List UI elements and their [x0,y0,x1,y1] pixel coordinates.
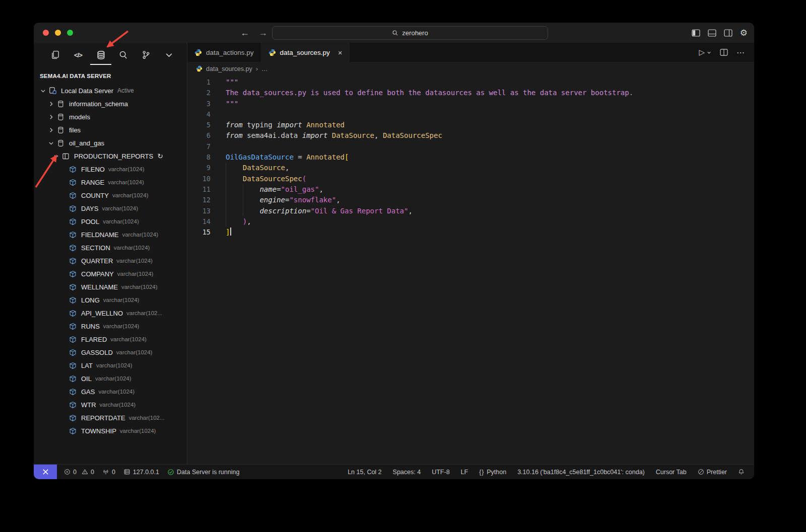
code-line-2[interactable]: 2The data_sources.py is used to define b… [187,88,754,98]
layout-panel-icon[interactable] [708,29,716,37]
code-text[interactable]: """ [211,77,238,88]
code-text[interactable]: DataSource, [211,163,289,173]
tree-item-range[interactable]: RANGEvarchar(1024) [34,176,187,189]
code-line-12[interactable]: 12engine="snowflake", [187,195,754,205]
line-number[interactable]: 11 [187,184,211,195]
problems-indicator[interactable]: 0 0 [60,469,98,476]
line-number[interactable]: 4 [187,109,211,120]
tree-item-township[interactable]: TOWNSHIPvarchar(1024) [34,424,187,437]
code-line-15[interactable]: 15] [187,227,754,238]
source-control-icon[interactable] [141,49,152,60]
line-number[interactable]: 9 [187,163,211,173]
tree-item-wtr[interactable]: WTRvarchar(1024) [34,398,187,411]
code-line-8[interactable]: 8OilGasDataSource = Annotated[ [187,152,754,163]
more-actions-icon[interactable]: ⋯ [736,48,745,57]
code-line-11[interactable]: 11name="oil_gas", [187,184,754,195]
tree-item-days[interactable]: DAYSvarchar(1024) [34,202,187,215]
code-editor[interactable]: 1"""2The data_sources.py is used to defi… [187,75,754,464]
close-window-button[interactable] [43,30,49,36]
line-number[interactable]: 12 [187,195,211,205]
indentation[interactable]: Spaces: 4 [387,469,427,476]
tree-item-fieldname[interactable]: FIELDNAMEvarchar(1024) [34,228,187,241]
line-number[interactable]: 2 [187,88,211,98]
chevron-down-icon[interactable] [163,49,174,60]
chevron-right-icon[interactable] [48,101,57,107]
tree-item-gassold[interactable]: GASSOLDvarchar(1024) [34,346,187,359]
tree-item-company[interactable]: COMPANYvarchar(1024) [34,267,187,280]
tree-item-models[interactable]: models [34,110,187,123]
tree-item-files[interactable]: files [34,123,187,136]
database-icon[interactable] [95,49,106,60]
line-number[interactable]: 13 [187,206,211,216]
tree-item-wellname[interactable]: WELLNAMEvarchar(1024) [34,280,187,293]
code-text[interactable]: engine="snowflake", [211,195,341,205]
code-line-6[interactable]: 6from sema4ai.data import DataSource, Da… [187,130,754,141]
chevron-down-icon[interactable] [48,140,57,146]
tree-item-api_wellno[interactable]: API_WELLNOvarchar(102... [34,307,187,320]
minimize-window-button[interactable] [55,30,61,36]
command-center[interactable]: zerohero [272,26,548,40]
chevron-down-icon[interactable] [40,88,49,94]
code-line-7[interactable]: 7 [187,141,754,152]
close-tab-icon[interactable]: × [338,48,343,57]
line-number[interactable]: 1 [187,77,211,88]
layout-sidebar-right-icon[interactable] [724,29,732,37]
code-text[interactable]: ), [211,216,251,227]
tree-item-lat[interactable]: LATvarchar(1024) [34,359,187,372]
tree-item-gas[interactable]: GASvarchar(1024) [34,385,187,398]
code-line-10[interactable]: 10DataSourceSpec( [187,174,754,184]
tree-item-quarter[interactable]: QUARTERvarchar(1024) [34,254,187,267]
code-text[interactable]: name="oil_gas", [211,184,323,195]
tree-item-production_reports[interactable]: PRODUCTION_REPORTS↻ [34,149,187,163]
code-text[interactable]: OilGasDataSource = Annotated[ [211,152,349,163]
layout-sidebar-left-icon[interactable] [692,29,700,37]
line-number[interactable]: 14 [187,216,211,227]
chevron-down-icon[interactable] [53,153,62,160]
tree-item-flared[interactable]: FLAREDvarchar(1024) [34,333,187,346]
code-text[interactable]: ] [211,227,231,238]
explorer-icon[interactable] [50,49,61,60]
code-line-3[interactable]: 3""" [187,99,754,109]
notifications-bell[interactable] [732,469,750,475]
tree-item-section[interactable]: SECTIONvarchar(1024) [34,241,187,254]
settings-gear-icon[interactable]: ⚙ [740,29,748,37]
host-indicator[interactable]: 127.0.0.1 [119,469,163,476]
code-text[interactable]: """ [211,99,238,109]
tree-item-information_schema[interactable]: information_schema [34,97,187,110]
cursor-position[interactable]: Ln 15, Col 2 [342,469,387,476]
line-number[interactable]: 5 [187,120,211,130]
tree-item-reportdate[interactable]: REPORTDATEvarchar(102... [34,411,187,424]
line-number[interactable]: 10 [187,174,211,184]
code-text[interactable]: DataSourceSpec( [211,174,306,184]
line-number[interactable]: 15 [187,227,211,238]
code-line-14[interactable]: 14), [187,216,754,227]
line-number[interactable]: 3 [187,99,211,109]
tab-data-actions[interactable]: data_actions.py [187,43,261,62]
code-text[interactable]: from typing import Annotated [211,120,345,130]
python-interpreter[interactable]: 3.10.16 ('ba1f8c4_c5e81ff_1c0bc041': con… [512,469,650,476]
code-text[interactable]: description="Oil & Gas Report Data", [211,206,413,216]
tree-item-local data server[interactable]: Local Data ServerActive [34,84,187,97]
code-line-13[interactable]: 13description="Oil & Gas Report Data", [187,206,754,216]
tree-item-runs[interactable]: RUNSvarchar(1024) [34,320,187,333]
code-icon[interactable]: </> [73,49,84,60]
refresh-icon[interactable]: ↻ [157,153,163,160]
back-arrow-icon[interactable]: ← [240,28,249,38]
code-line-1[interactable]: 1""" [187,77,754,88]
tab-data-sources[interactable]: data_sources.py × [261,43,350,62]
formatter-indicator[interactable]: Prettier [692,469,732,476]
split-editor-icon[interactable] [720,49,728,56]
eol-indicator[interactable]: LF [455,469,474,476]
tree-item-pool[interactable]: POOLvarchar(1024) [34,215,187,228]
tree-item-long[interactable]: LONGvarchar(1024) [34,293,187,307]
code-text[interactable]: from sema4ai.data import DataSource, Dat… [211,130,442,141]
forward-arrow-icon[interactable]: → [258,28,267,38]
code-text[interactable] [211,141,226,152]
cursor-tab-indicator[interactable]: Cursor Tab [650,469,692,476]
code-line-9[interactable]: 9DataSource, [187,163,754,173]
line-number[interactable]: 8 [187,152,211,163]
chevron-right-icon[interactable] [48,114,57,120]
chevron-right-icon[interactable] [48,127,57,133]
breadcrumb[interactable]: data_sources.py › … [187,62,754,75]
tree-item-fileno[interactable]: FILENOvarchar(1024) [34,163,187,176]
